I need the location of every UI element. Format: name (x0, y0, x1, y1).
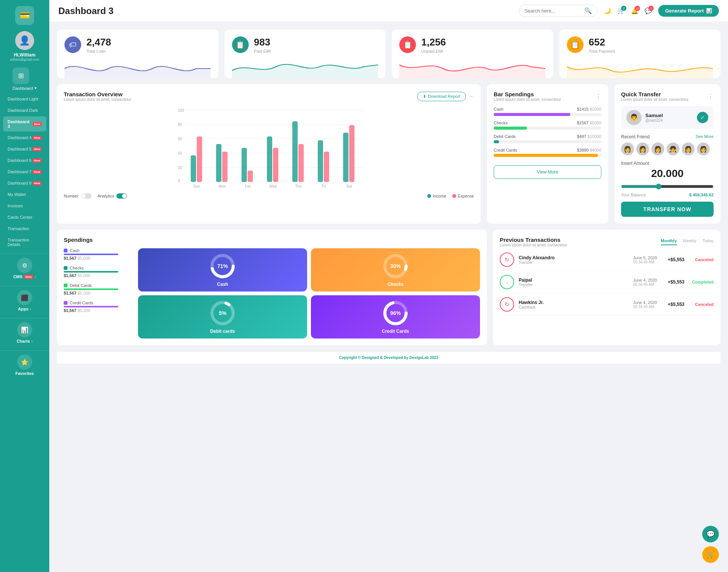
unpaid-emi-label: Unpaid EMI (421, 49, 446, 53)
apps-icon: ⬛ (17, 290, 32, 305)
quick-transfer-more-icon[interactable]: ⋮ (708, 93, 714, 100)
page-title: Dashboard 3 (58, 6, 513, 16)
spendings-card: Spendings Cash $1,567 $5,000 (57, 230, 487, 345)
recent-friends-header: Recent Friend See More (621, 134, 714, 139)
paid-emi-label: Paid EMI (254, 49, 271, 53)
sidebar-item-dashboard-dark[interactable]: Dashboard Dark (3, 105, 46, 116)
spending-debit-label: Debit Cards (494, 134, 516, 139)
svg-text:5%: 5% (219, 310, 227, 316)
sidebar-item-dashboard-4[interactable]: Dashboard 4 New (3, 132, 46, 143)
support-icon: 💬 (706, 530, 715, 538)
tx-overview-title: Transaction Overview (64, 91, 131, 97)
svg-text:Tue: Tue (245, 184, 251, 188)
badge-new: New (33, 181, 42, 185)
quick-transfer-title: Quick Transfer (621, 91, 689, 97)
bell-badge: 12 (635, 6, 640, 11)
analytics-toggle[interactable] (116, 193, 127, 199)
sidebar-item-my-wallet[interactable]: My Wallet (3, 189, 46, 200)
download-report-button[interactable]: ⬇ Download Report (417, 92, 466, 101)
friend-avatar-4[interactable]: 👧 (667, 143, 679, 155)
badge-new: New (33, 158, 42, 163)
user-email: william@gmail.com (10, 58, 39, 61)
charts-icon: 📊 (17, 322, 32, 337)
sidebar-item-invoices[interactable]: Invoices (3, 201, 46, 211)
dashboard-icon-btn[interactable]: ⊞ (13, 67, 29, 84)
search-bar[interactable]: 🔍 (519, 5, 598, 17)
sidebar-item-dashboard-5[interactable]: Dashboard 5 New (3, 144, 46, 154)
search-input[interactable] (524, 8, 581, 14)
spending-list-debit: Debit Cards $1,567 $5,000 (64, 283, 132, 295)
middle-row: Transaction Overview Lorem ipsum dolor s… (57, 84, 720, 224)
cart-float-button[interactable]: 🛒 (702, 546, 719, 563)
sidebar-item-cards-center[interactable]: Cards Center (3, 212, 46, 223)
tab-weekly[interactable]: Weekly (683, 238, 697, 245)
tx-date-3: June 4, 2020 05:34:45 AM (633, 300, 657, 309)
sidebar-item-dashboard-light[interactable]: Dashboard Light (3, 94, 46, 104)
amount-display: 20.000 (621, 168, 714, 180)
svg-text:Sun: Sun (193, 184, 200, 188)
donut-debit: 5% Debit cards (138, 295, 307, 338)
moon-icon-btn[interactable]: 🌙 (604, 7, 611, 14)
friend-avatar-2[interactable]: 👩 (636, 143, 649, 155)
transfer-user-section: 👨 Samuel @sam224 ✓ Recent Friend See Mor… (621, 106, 714, 217)
message-icon-btn[interactable]: 💬 5 (645, 7, 652, 14)
see-more-link[interactable]: See More (695, 134, 714, 139)
svg-rect-27 (292, 121, 298, 182)
amount-slider[interactable] (621, 183, 714, 190)
tx-item-1: ↻ Cindy Alexandro Transfer June 5, 2020 … (500, 249, 714, 271)
sidebar-item-dashboard-8[interactable]: Dashboard 8 New (3, 178, 46, 188)
sidebar-item-transaction-details[interactable]: Transaction Details (3, 235, 46, 250)
sidebar-item-transaction[interactable]: Transaction (3, 223, 46, 234)
donut-credit: 96% Credit Cards (311, 295, 480, 338)
svg-text:96%: 96% (390, 310, 401, 316)
friend-avatar-3[interactable]: 👩 (651, 143, 664, 155)
friend-avatar-6[interactable]: 👩 (697, 143, 710, 155)
svg-text:30%: 30% (390, 263, 401, 269)
more-options-icon[interactable]: ··· (469, 93, 474, 100)
cart-badge: 2 (621, 6, 626, 11)
donut-credit-label: Credit Cards (382, 329, 409, 334)
transaction-overview-card: Transaction Overview Lorem ipsum dolor s… (57, 84, 481, 224)
friend-avatar-5[interactable]: 👩 (682, 143, 695, 155)
svg-rect-26 (273, 148, 278, 182)
svg-text:100: 100 (178, 108, 184, 113)
tx-overview-subtitle: Lorem ipsum dolor sit amet, consectetur (64, 97, 131, 102)
quick-transfer-subtitle: Lorem ipsum dolor sit amet, consectetur (621, 97, 689, 102)
tx-amount-1: +$5,553 (662, 257, 684, 262)
tx-list: ↻ Cindy Alexandro Transfer June 5, 2020 … (500, 249, 714, 316)
bar-spendings-card: Bar Spendings Lorem ipsum dolor sit amet… (487, 84, 608, 224)
bar-spendings-more-icon[interactable]: ⋮ (595, 93, 601, 100)
transfer-now-button[interactable]: TRANSFER NOW (621, 202, 714, 217)
friend-avatar-1[interactable]: 👩 (621, 143, 634, 155)
balance-amount: $ 456,345.62 (689, 193, 714, 197)
sidebar-item-dashboard-6[interactable]: Dashboard 6 New (3, 155, 46, 166)
sidebar-section-cms[interactable]: ⚙ CMS New › (0, 254, 49, 283)
sidebar-section-favorites[interactable]: ⭐ Favorites (0, 350, 49, 379)
bar-chart-icon: 📊 (706, 8, 712, 14)
chevron-right-icon: › (31, 339, 33, 343)
generate-report-button[interactable]: Generate Report 📊 (658, 5, 719, 17)
prev-tx-title: Previous Transactions (500, 237, 567, 243)
tab-today[interactable]: Today (703, 238, 714, 245)
cart-icon-btn[interactable]: 🛒 2 (617, 7, 625, 14)
svg-text:71%: 71% (217, 263, 228, 269)
view-more-button[interactable]: View More (494, 165, 601, 179)
sidebar-section-charts[interactable]: 📊 Charts › (0, 318, 49, 347)
number-toggle[interactable] (81, 193, 91, 199)
sidebar-item-dashboard-7[interactable]: Dashboard 7 New (3, 166, 46, 177)
sidebar-section-apps[interactable]: ⬛ Apps › (0, 286, 49, 315)
paid-emi-icon: 📋 (232, 36, 249, 53)
tx-item-2: ↓ Paipal Transfer June 4, 2020 05:34:45 … (500, 271, 714, 293)
tx-name-3: Hawkins Jr. (519, 300, 544, 305)
sidebar-item-dashboard-3[interactable]: Dashboard 3 New (3, 116, 46, 132)
friends-row: 👩 👩 👩 👧 👩 👩 (621, 143, 714, 155)
svg-rect-21 (216, 144, 221, 182)
donut-cash-label: Cash (217, 282, 228, 287)
sidebar: 💳 👤 Hi,William william@gmail.com ⊞ Dashb… (0, 0, 49, 572)
sidebar-logo[interactable]: 💳 (15, 6, 34, 25)
star-icon: ⭐ (17, 354, 32, 370)
bell-icon-btn[interactable]: 🔔 12 (631, 7, 639, 14)
svg-rect-20 (197, 136, 202, 182)
support-float-button[interactable]: 💬 (702, 526, 719, 542)
tab-monthly[interactable]: Monthly (661, 238, 677, 245)
